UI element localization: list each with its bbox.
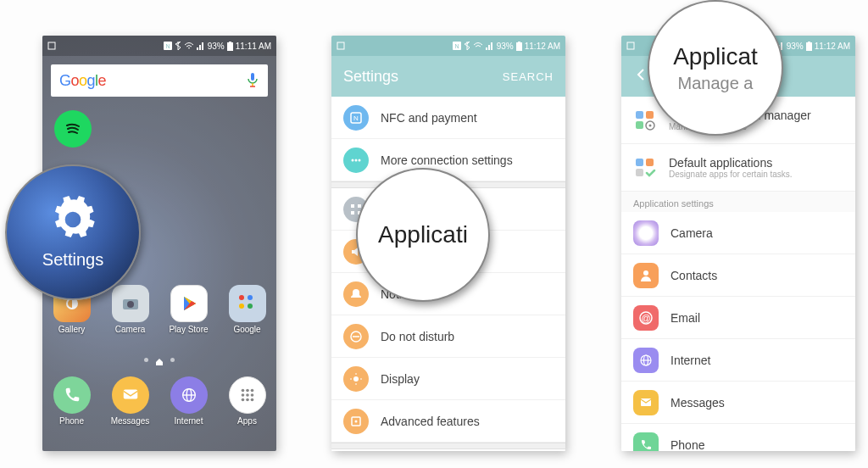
svg-point-50 (355, 420, 358, 422)
svg-rect-40 (351, 211, 354, 214)
pager-dot[interactable] (170, 358, 175, 362)
display-icon (343, 366, 369, 392)
row-default-apps[interactable]: Default applications Designate apps for … (621, 144, 855, 192)
wifi-icon (184, 42, 194, 50)
row-email[interactable]: @ Email (621, 297, 855, 339)
search-button[interactable]: SEARCH (503, 70, 554, 83)
svg-rect-59 (636, 121, 643, 129)
dock-apps[interactable]: Apps (222, 376, 273, 426)
signal-icon (486, 42, 494, 50)
row-wallpaper[interactable]: Wallpaper (331, 449, 565, 451)
nfc-icon: N (164, 42, 172, 50)
svg-point-24 (250, 393, 253, 397)
row-camera[interactable]: Camera (621, 212, 855, 254)
svg-point-12 (248, 295, 253, 300)
svg-rect-39 (358, 204, 361, 208)
dock-internet[interactable]: Internet (164, 376, 214, 426)
row-label: Messages (670, 396, 843, 410)
status-bar: N 93% 11:12 AM (331, 36, 565, 56)
svg-point-26 (246, 398, 249, 402)
svg-point-65 (643, 270, 648, 276)
app-label: Messages (111, 416, 150, 426)
pager-dot[interactable] (144, 358, 148, 362)
clock: 11:12 AM (525, 42, 560, 51)
row-nfc[interactable]: N NFC and payment (331, 97, 565, 139)
row-label: Default applications (669, 156, 843, 170)
svg-rect-4 (229, 42, 231, 42)
battery-icon (516, 42, 522, 51)
app-camera[interactable]: Camera (105, 285, 156, 334)
row-phone[interactable]: Phone (621, 424, 855, 451)
row-internet[interactable]: Internet (621, 339, 855, 382)
voice-search-icon[interactable] (246, 72, 259, 89)
camera-app-icon (633, 220, 659, 246)
app-manager-icon (633, 109, 657, 132)
svg-rect-52 (627, 42, 634, 49)
row-dnd[interactable]: Do not disturb (331, 315, 565, 358)
card-icon (337, 42, 345, 50)
app-label: Internet (175, 416, 203, 426)
svg-rect-58 (646, 111, 654, 119)
callout-settings: Settings (5, 164, 141, 300)
row-label: Internet (670, 354, 843, 367)
svg-point-20 (246, 389, 249, 393)
google-folder-icon (229, 285, 266, 322)
svg-point-21 (250, 389, 253, 393)
page-indicator[interactable] (42, 358, 276, 366)
callout-app-manager: Applicat Manage a (648, 0, 783, 136)
section-divider (331, 443, 565, 449)
apps-drawer-icon (229, 376, 266, 414)
svg-point-25 (241, 398, 244, 402)
row-label: Camera (670, 226, 843, 240)
svg-rect-31 (516, 42, 522, 51)
svg-rect-57 (636, 111, 643, 119)
svg-point-13 (239, 304, 244, 309)
dnd-icon (343, 324, 369, 349)
svg-text:@: @ (641, 313, 650, 323)
svg-rect-32 (518, 42, 520, 42)
apps-list[interactable]: Application manager Manage applications … (621, 97, 855, 451)
more-conn-icon (343, 148, 369, 173)
svg-point-10 (127, 301, 134, 308)
callout-label: Settings (42, 250, 103, 270)
callout-line1: Applicat (673, 43, 758, 70)
google-search-bar[interactable]: Google (51, 64, 268, 97)
svg-rect-64 (636, 169, 643, 176)
messages-app-icon (633, 390, 659, 415)
row-messages[interactable]: Messages (621, 382, 855, 424)
battery-percent: 93% (787, 42, 804, 51)
row-label: Email (670, 311, 843, 325)
row-label: More connection settings (381, 153, 554, 167)
svg-rect-62 (636, 159, 643, 166)
svg-point-14 (248, 304, 253, 309)
spotify-app-icon[interactable] (54, 110, 92, 148)
svg-point-61 (649, 124, 652, 126)
card-icon (626, 42, 635, 50)
svg-rect-63 (646, 159, 654, 166)
row-advanced[interactable]: Advanced features (331, 400, 565, 443)
battery-percent: 93% (208, 42, 225, 51)
play-store-icon (170, 285, 208, 322)
clock: 11:11 AM (236, 42, 271, 51)
home-page-icon[interactable] (155, 358, 164, 366)
svg-rect-5 (251, 73, 254, 81)
callout-line2: Manage a (678, 74, 754, 93)
dock: Phone Messages Internet Apps (42, 376, 276, 443)
bluetooth-icon (175, 42, 181, 50)
phone-icon (53, 376, 91, 414)
app-play-store[interactable]: Play Store (164, 285, 214, 334)
svg-point-44 (353, 376, 359, 382)
svg-text:N: N (454, 43, 459, 49)
svg-point-27 (250, 398, 253, 402)
dock-phone[interactable]: Phone (47, 376, 97, 426)
app-google-folder[interactable]: Google (222, 285, 273, 334)
svg-point-19 (241, 389, 244, 393)
row-contacts[interactable]: Contacts (621, 254, 855, 297)
app-label: Phone (59, 416, 84, 426)
row-display[interactable]: Display (331, 358, 565, 400)
dock-messages[interactable]: Messages (105, 376, 156, 426)
battery-icon (806, 42, 812, 51)
default-apps-icon (633, 156, 657, 180)
email-app-icon: @ (633, 305, 659, 331)
status-bar: N 93% 11:11 AM (42, 36, 276, 56)
